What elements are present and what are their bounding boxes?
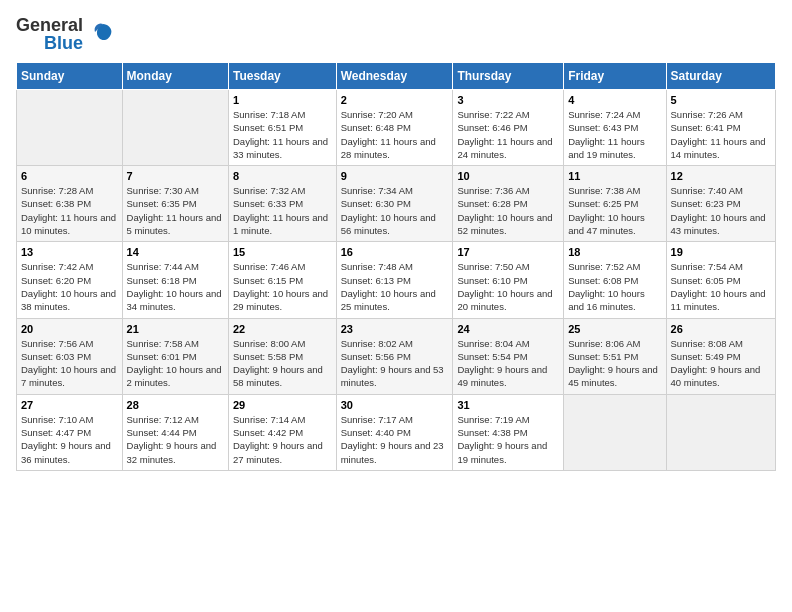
day-detail: Sunrise: 7:44 AMSunset: 6:18 PMDaylight:…: [127, 260, 224, 313]
calendar-cell: 26Sunrise: 8:08 AMSunset: 5:49 PMDayligh…: [666, 318, 775, 394]
calendar-cell: 29Sunrise: 7:14 AMSunset: 4:42 PMDayligh…: [229, 394, 337, 470]
calendar-cell: [564, 394, 666, 470]
day-number: 1: [233, 94, 332, 106]
day-number: 20: [21, 323, 118, 335]
calendar-cell: [122, 90, 228, 166]
day-number: 4: [568, 94, 661, 106]
day-number: 6: [21, 170, 118, 182]
calendar-table: SundayMondayTuesdayWednesdayThursdayFrid…: [16, 62, 776, 471]
calendar-cell: 13Sunrise: 7:42 AMSunset: 6:20 PMDayligh…: [17, 242, 123, 318]
day-header-friday: Friday: [564, 63, 666, 90]
day-detail: Sunrise: 7:32 AMSunset: 6:33 PMDaylight:…: [233, 184, 332, 237]
day-detail: Sunrise: 7:17 AMSunset: 4:40 PMDaylight:…: [341, 413, 449, 466]
logo-general: General: [16, 16, 83, 34]
day-number: 29: [233, 399, 332, 411]
day-detail: Sunrise: 7:18 AMSunset: 6:51 PMDaylight:…: [233, 108, 332, 161]
day-header-wednesday: Wednesday: [336, 63, 453, 90]
calendar-cell: 31Sunrise: 7:19 AMSunset: 4:38 PMDayligh…: [453, 394, 564, 470]
calendar-cell: 16Sunrise: 7:48 AMSunset: 6:13 PMDayligh…: [336, 242, 453, 318]
calendar-cell: 2Sunrise: 7:20 AMSunset: 6:48 PMDaylight…: [336, 90, 453, 166]
day-number: 12: [671, 170, 771, 182]
calendar-cell: 23Sunrise: 8:02 AMSunset: 5:56 PMDayligh…: [336, 318, 453, 394]
calendar-cell: 15Sunrise: 7:46 AMSunset: 6:15 PMDayligh…: [229, 242, 337, 318]
calendar-cell: 21Sunrise: 7:58 AMSunset: 6:01 PMDayligh…: [122, 318, 228, 394]
day-detail: Sunrise: 7:34 AMSunset: 6:30 PMDaylight:…: [341, 184, 449, 237]
day-detail: Sunrise: 8:02 AMSunset: 5:56 PMDaylight:…: [341, 337, 449, 390]
day-detail: Sunrise: 7:54 AMSunset: 6:05 PMDaylight:…: [671, 260, 771, 313]
calendar-cell: 17Sunrise: 7:50 AMSunset: 6:10 PMDayligh…: [453, 242, 564, 318]
day-detail: Sunrise: 7:46 AMSunset: 6:15 PMDaylight:…: [233, 260, 332, 313]
day-number: 31: [457, 399, 559, 411]
calendar-cell: 12Sunrise: 7:40 AMSunset: 6:23 PMDayligh…: [666, 166, 775, 242]
calendar-cell: 3Sunrise: 7:22 AMSunset: 6:46 PMDaylight…: [453, 90, 564, 166]
day-detail: Sunrise: 7:52 AMSunset: 6:08 PMDaylight:…: [568, 260, 661, 313]
day-header-tuesday: Tuesday: [229, 63, 337, 90]
calendar-cell: [17, 90, 123, 166]
calendar-cell: 28Sunrise: 7:12 AMSunset: 4:44 PMDayligh…: [122, 394, 228, 470]
day-header-saturday: Saturday: [666, 63, 775, 90]
day-number: 16: [341, 246, 449, 258]
day-number: 22: [233, 323, 332, 335]
day-detail: Sunrise: 8:06 AMSunset: 5:51 PMDaylight:…: [568, 337, 661, 390]
day-detail: Sunrise: 7:50 AMSunset: 6:10 PMDaylight:…: [457, 260, 559, 313]
calendar-cell: 24Sunrise: 8:04 AMSunset: 5:54 PMDayligh…: [453, 318, 564, 394]
day-number: 3: [457, 94, 559, 106]
day-number: 7: [127, 170, 224, 182]
calendar-cell: 14Sunrise: 7:44 AMSunset: 6:18 PMDayligh…: [122, 242, 228, 318]
day-number: 28: [127, 399, 224, 411]
day-number: 14: [127, 246, 224, 258]
day-detail: Sunrise: 7:12 AMSunset: 4:44 PMDaylight:…: [127, 413, 224, 466]
day-number: 24: [457, 323, 559, 335]
calendar-week-row: 6Sunrise: 7:28 AMSunset: 6:38 PMDaylight…: [17, 166, 776, 242]
day-number: 15: [233, 246, 332, 258]
logo: General Blue: [16, 16, 117, 52]
day-detail: Sunrise: 7:20 AMSunset: 6:48 PMDaylight:…: [341, 108, 449, 161]
calendar-cell: [666, 394, 775, 470]
day-detail: Sunrise: 7:26 AMSunset: 6:41 PMDaylight:…: [671, 108, 771, 161]
calendar-week-row: 20Sunrise: 7:56 AMSunset: 6:03 PMDayligh…: [17, 318, 776, 394]
calendar-cell: 25Sunrise: 8:06 AMSunset: 5:51 PMDayligh…: [564, 318, 666, 394]
calendar-cell: 1Sunrise: 7:18 AMSunset: 6:51 PMDaylight…: [229, 90, 337, 166]
calendar-cell: 4Sunrise: 7:24 AMSunset: 6:43 PMDaylight…: [564, 90, 666, 166]
logo-bird-icon: [89, 20, 117, 48]
day-detail: Sunrise: 7:40 AMSunset: 6:23 PMDaylight:…: [671, 184, 771, 237]
day-number: 25: [568, 323, 661, 335]
day-detail: Sunrise: 7:22 AMSunset: 6:46 PMDaylight:…: [457, 108, 559, 161]
day-number: 5: [671, 94, 771, 106]
day-number: 27: [21, 399, 118, 411]
day-header-thursday: Thursday: [453, 63, 564, 90]
day-detail: Sunrise: 7:48 AMSunset: 6:13 PMDaylight:…: [341, 260, 449, 313]
day-detail: Sunrise: 8:08 AMSunset: 5:49 PMDaylight:…: [671, 337, 771, 390]
day-header-sunday: Sunday: [17, 63, 123, 90]
day-detail: Sunrise: 7:42 AMSunset: 6:20 PMDaylight:…: [21, 260, 118, 313]
day-detail: Sunrise: 7:38 AMSunset: 6:25 PMDaylight:…: [568, 184, 661, 237]
day-number: 30: [341, 399, 449, 411]
calendar-cell: 18Sunrise: 7:52 AMSunset: 6:08 PMDayligh…: [564, 242, 666, 318]
day-detail: Sunrise: 8:04 AMSunset: 5:54 PMDaylight:…: [457, 337, 559, 390]
day-number: 9: [341, 170, 449, 182]
calendar-week-row: 27Sunrise: 7:10 AMSunset: 4:47 PMDayligh…: [17, 394, 776, 470]
day-number: 23: [341, 323, 449, 335]
day-number: 19: [671, 246, 771, 258]
day-number: 2: [341, 94, 449, 106]
header: General Blue: [16, 16, 776, 52]
day-detail: Sunrise: 7:19 AMSunset: 4:38 PMDaylight:…: [457, 413, 559, 466]
calendar-cell: 10Sunrise: 7:36 AMSunset: 6:28 PMDayligh…: [453, 166, 564, 242]
day-detail: Sunrise: 7:58 AMSunset: 6:01 PMDaylight:…: [127, 337, 224, 390]
day-detail: Sunrise: 7:30 AMSunset: 6:35 PMDaylight:…: [127, 184, 224, 237]
calendar-header-row: SundayMondayTuesdayWednesdayThursdayFrid…: [17, 63, 776, 90]
calendar-cell: 5Sunrise: 7:26 AMSunset: 6:41 PMDaylight…: [666, 90, 775, 166]
calendar-cell: 7Sunrise: 7:30 AMSunset: 6:35 PMDaylight…: [122, 166, 228, 242]
day-detail: Sunrise: 7:24 AMSunset: 6:43 PMDaylight:…: [568, 108, 661, 161]
day-number: 17: [457, 246, 559, 258]
day-number: 18: [568, 246, 661, 258]
calendar-week-row: 13Sunrise: 7:42 AMSunset: 6:20 PMDayligh…: [17, 242, 776, 318]
day-detail: Sunrise: 7:14 AMSunset: 4:42 PMDaylight:…: [233, 413, 332, 466]
calendar-cell: 9Sunrise: 7:34 AMSunset: 6:30 PMDaylight…: [336, 166, 453, 242]
day-detail: Sunrise: 7:10 AMSunset: 4:47 PMDaylight:…: [21, 413, 118, 466]
logo-blue: Blue: [44, 34, 83, 52]
day-number: 8: [233, 170, 332, 182]
day-header-monday: Monday: [122, 63, 228, 90]
calendar-cell: 20Sunrise: 7:56 AMSunset: 6:03 PMDayligh…: [17, 318, 123, 394]
calendar-cell: 6Sunrise: 7:28 AMSunset: 6:38 PMDaylight…: [17, 166, 123, 242]
